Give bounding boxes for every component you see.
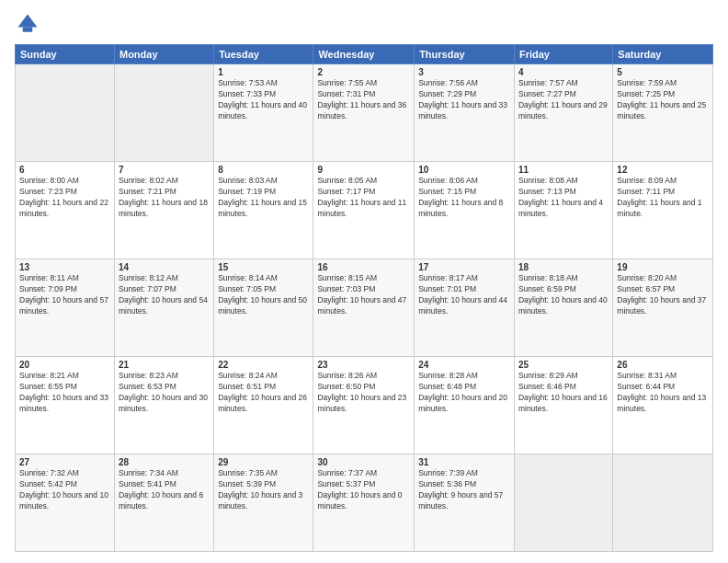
day-header: Monday bbox=[114, 45, 213, 64]
day-number: 21 bbox=[119, 360, 210, 370]
day-number: 13 bbox=[19, 262, 110, 272]
calendar-cell: 17Sunrise: 8:17 AMSunset: 7:01 PMDayligh… bbox=[415, 259, 515, 357]
day-info: Sunrise: 7:37 AMSunset: 5:37 PMDaylight:… bbox=[317, 468, 410, 512]
svg-rect-1 bbox=[23, 28, 33, 32]
day-number: 1 bbox=[218, 67, 309, 77]
day-number: 20 bbox=[19, 360, 110, 370]
logo-icon bbox=[15, 11, 40, 37]
day-header: Sunday bbox=[16, 45, 115, 64]
day-header: Thursday bbox=[415, 45, 515, 64]
calendar-cell: 9Sunrise: 8:05 AMSunset: 7:17 PMDaylight… bbox=[313, 162, 415, 259]
day-number: 4 bbox=[518, 67, 609, 77]
day-number: 26 bbox=[617, 360, 709, 370]
day-number: 31 bbox=[418, 457, 510, 467]
calendar-cell bbox=[16, 64, 115, 162]
day-info: Sunrise: 8:24 AMSunset: 6:51 PMDaylight:… bbox=[218, 371, 309, 415]
day-info: Sunrise: 8:23 AMSunset: 6:53 PMDaylight:… bbox=[119, 371, 210, 415]
day-number: 29 bbox=[218, 457, 309, 467]
day-info: Sunrise: 8:17 AMSunset: 7:01 PMDaylight:… bbox=[418, 273, 510, 317]
day-number: 18 bbox=[518, 262, 609, 272]
calendar-cell: 3Sunrise: 7:56 AMSunset: 7:29 PMDaylight… bbox=[415, 64, 515, 162]
day-info: Sunrise: 8:00 AMSunset: 7:23 PMDaylight:… bbox=[19, 176, 110, 220]
calendar-cell: 10Sunrise: 8:06 AMSunset: 7:15 PMDayligh… bbox=[415, 162, 515, 259]
day-number: 25 bbox=[518, 360, 609, 370]
calendar-cell: 2Sunrise: 7:55 AMSunset: 7:31 PMDaylight… bbox=[313, 64, 415, 162]
day-info: Sunrise: 8:02 AMSunset: 7:21 PMDaylight:… bbox=[119, 176, 210, 220]
header bbox=[15, 11, 713, 37]
calendar-week: 13Sunrise: 8:11 AMSunset: 7:09 PMDayligh… bbox=[16, 259, 713, 357]
calendar-cell: 12Sunrise: 8:09 AMSunset: 7:11 PMDayligh… bbox=[613, 162, 713, 259]
day-info: Sunrise: 8:08 AMSunset: 7:13 PMDaylight:… bbox=[518, 176, 609, 220]
calendar-cell: 22Sunrise: 8:24 AMSunset: 6:51 PMDayligh… bbox=[214, 357, 313, 454]
day-number: 27 bbox=[19, 457, 110, 467]
calendar-week: 27Sunrise: 7:32 AMSunset: 5:42 PMDayligh… bbox=[16, 454, 713, 552]
day-header: Wednesday bbox=[313, 45, 415, 64]
calendar-cell: 11Sunrise: 8:08 AMSunset: 7:13 PMDayligh… bbox=[514, 162, 612, 259]
day-info: Sunrise: 8:31 AMSunset: 6:44 PMDaylight:… bbox=[617, 371, 709, 415]
calendar-cell: 21Sunrise: 8:23 AMSunset: 6:53 PMDayligh… bbox=[114, 357, 213, 454]
calendar-cell: 29Sunrise: 7:35 AMSunset: 5:39 PMDayligh… bbox=[214, 454, 313, 552]
day-info: Sunrise: 8:26 AMSunset: 6:50 PMDaylight:… bbox=[317, 371, 410, 415]
day-info: Sunrise: 8:20 AMSunset: 6:57 PMDaylight:… bbox=[617, 273, 709, 317]
calendar-cell: 20Sunrise: 8:21 AMSunset: 6:55 PMDayligh… bbox=[16, 357, 115, 454]
day-number: 2 bbox=[317, 67, 410, 77]
day-number: 19 bbox=[617, 262, 709, 272]
day-info: Sunrise: 7:32 AMSunset: 5:42 PMDaylight:… bbox=[19, 468, 110, 512]
header-row: SundayMondayTuesdayWednesdayThursdayFrid… bbox=[16, 45, 713, 64]
day-info: Sunrise: 8:21 AMSunset: 6:55 PMDaylight:… bbox=[19, 371, 110, 415]
calendar-cell: 18Sunrise: 8:18 AMSunset: 6:59 PMDayligh… bbox=[514, 259, 612, 357]
day-info: Sunrise: 7:35 AMSunset: 5:39 PMDaylight:… bbox=[218, 468, 309, 512]
calendar-cell bbox=[514, 454, 612, 552]
calendar-cell: 30Sunrise: 7:37 AMSunset: 5:37 PMDayligh… bbox=[313, 454, 415, 552]
calendar-week: 20Sunrise: 8:21 AMSunset: 6:55 PMDayligh… bbox=[16, 357, 713, 454]
day-number: 9 bbox=[317, 165, 410, 175]
calendar-cell: 7Sunrise: 8:02 AMSunset: 7:21 PMDaylight… bbox=[114, 162, 213, 259]
day-header: Tuesday bbox=[214, 45, 313, 64]
day-info: Sunrise: 8:18 AMSunset: 6:59 PMDaylight:… bbox=[518, 273, 609, 317]
day-info: Sunrise: 8:29 AMSunset: 6:46 PMDaylight:… bbox=[518, 371, 609, 415]
day-info: Sunrise: 7:53 AMSunset: 7:33 PMDaylight:… bbox=[218, 78, 309, 122]
calendar-cell: 16Sunrise: 8:15 AMSunset: 7:03 PMDayligh… bbox=[313, 259, 415, 357]
day-number: 7 bbox=[119, 165, 210, 175]
logo bbox=[15, 11, 44, 37]
day-info: Sunrise: 7:34 AMSunset: 5:41 PMDaylight:… bbox=[119, 468, 210, 512]
day-info: Sunrise: 8:15 AMSunset: 7:03 PMDaylight:… bbox=[317, 273, 410, 317]
day-info: Sunrise: 7:39 AMSunset: 5:36 PMDaylight:… bbox=[418, 468, 510, 512]
day-info: Sunrise: 7:55 AMSunset: 7:31 PMDaylight:… bbox=[317, 78, 410, 122]
svg-marker-0 bbox=[18, 15, 38, 28]
day-number: 22 bbox=[218, 360, 309, 370]
day-number: 15 bbox=[218, 262, 309, 272]
calendar-cell: 8Sunrise: 8:03 AMSunset: 7:19 PMDaylight… bbox=[214, 162, 313, 259]
day-number: 23 bbox=[317, 360, 410, 370]
day-number: 8 bbox=[218, 165, 309, 175]
calendar-cell: 23Sunrise: 8:26 AMSunset: 6:50 PMDayligh… bbox=[313, 357, 415, 454]
calendar-cell: 27Sunrise: 7:32 AMSunset: 5:42 PMDayligh… bbox=[16, 454, 115, 552]
day-info: Sunrise: 8:12 AMSunset: 7:07 PMDaylight:… bbox=[119, 273, 210, 317]
day-info: Sunrise: 8:05 AMSunset: 7:17 PMDaylight:… bbox=[317, 176, 410, 220]
day-number: 10 bbox=[418, 165, 510, 175]
day-info: Sunrise: 8:03 AMSunset: 7:19 PMDaylight:… bbox=[218, 176, 309, 220]
day-number: 3 bbox=[418, 67, 510, 77]
calendar-cell bbox=[114, 64, 213, 162]
day-number: 24 bbox=[418, 360, 510, 370]
calendar-cell: 31Sunrise: 7:39 AMSunset: 5:36 PMDayligh… bbox=[415, 454, 515, 552]
day-number: 11 bbox=[518, 165, 609, 175]
day-info: Sunrise: 8:11 AMSunset: 7:09 PMDaylight:… bbox=[19, 273, 110, 317]
day-info: Sunrise: 7:59 AMSunset: 7:25 PMDaylight:… bbox=[617, 78, 709, 122]
day-info: Sunrise: 7:57 AMSunset: 7:27 PMDaylight:… bbox=[518, 78, 609, 122]
calendar-week: 6Sunrise: 8:00 AMSunset: 7:23 PMDaylight… bbox=[16, 162, 713, 259]
calendar-cell: 15Sunrise: 8:14 AMSunset: 7:05 PMDayligh… bbox=[214, 259, 313, 357]
day-number: 12 bbox=[617, 165, 709, 175]
day-number: 30 bbox=[317, 457, 410, 467]
calendar-table: SundayMondayTuesdayWednesdayThursdayFrid… bbox=[15, 44, 713, 552]
day-info: Sunrise: 8:28 AMSunset: 6:48 PMDaylight:… bbox=[418, 371, 510, 415]
calendar-cell: 4Sunrise: 7:57 AMSunset: 7:27 PMDaylight… bbox=[514, 64, 612, 162]
day-info: Sunrise: 8:06 AMSunset: 7:15 PMDaylight:… bbox=[418, 176, 510, 220]
day-number: 17 bbox=[418, 262, 510, 272]
day-header: Friday bbox=[514, 45, 612, 64]
calendar-cell: 25Sunrise: 8:29 AMSunset: 6:46 PMDayligh… bbox=[514, 357, 612, 454]
calendar-cell: 14Sunrise: 8:12 AMSunset: 7:07 PMDayligh… bbox=[114, 259, 213, 357]
calendar-cell: 13Sunrise: 8:11 AMSunset: 7:09 PMDayligh… bbox=[16, 259, 115, 357]
calendar-cell: 5Sunrise: 7:59 AMSunset: 7:25 PMDaylight… bbox=[613, 64, 713, 162]
page: SundayMondayTuesdayWednesdayThursdayFrid… bbox=[0, 0, 728, 563]
